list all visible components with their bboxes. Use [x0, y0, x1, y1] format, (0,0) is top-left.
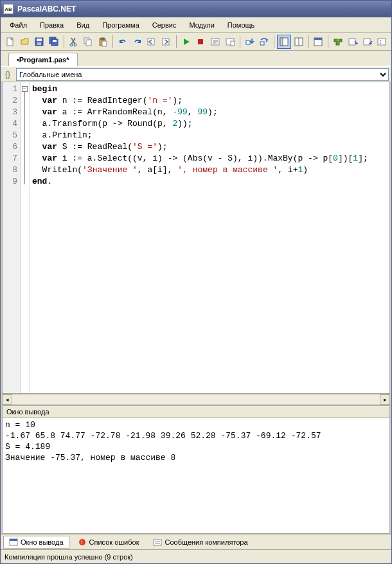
- svg-point-34: [380, 40, 381, 41]
- redo-icon[interactable]: [130, 35, 145, 49]
- output-panel[interactable]: n = 10 -1.67 65.8 74.77 -72.78 -21.98 39…: [2, 418, 390, 534]
- tab-output[interactable]: Окно вывода: [3, 536, 69, 549]
- editor-scrollbar-horizontal[interactable]: ◂ ▸: [2, 394, 390, 404]
- undo-icon[interactable]: [116, 35, 130, 49]
- menu-service[interactable]: Сервис: [146, 19, 183, 31]
- code-editor[interactable]: 123 456 789 − begin var n := ReadInteger…: [2, 82, 390, 394]
- svg-rect-13: [102, 41, 107, 46]
- toolbar-separator: [240, 35, 240, 48]
- compile-icon[interactable]: [208, 35, 222, 49]
- svg-rect-33: [378, 39, 386, 45]
- svg-rect-41: [154, 540, 161, 545]
- panel-toggle-1-icon[interactable]: [277, 35, 291, 49]
- scroll-track[interactable]: [12, 394, 380, 404]
- title-bar: AB PascalABC.NET: [1, 1, 391, 17]
- svg-rect-30: [336, 42, 339, 45]
- save-all-icon[interactable]: [47, 35, 61, 49]
- svg-rect-29: [339, 39, 342, 42]
- intellisense-icon[interactable]: [331, 35, 345, 49]
- scope-dropdown[interactable]: Глобальные имена: [16, 68, 389, 81]
- fold-column[interactable]: −: [21, 82, 30, 393]
- svg-text:{}: {}: [5, 70, 10, 79]
- scroll-left-icon[interactable]: ◂: [2, 394, 12, 405]
- menu-file[interactable]: Файл: [3, 19, 33, 31]
- toolbar-separator: [112, 35, 113, 48]
- save-icon[interactable]: [32, 35, 46, 49]
- svg-text:!: !: [81, 539, 83, 545]
- status-text: Компиляция прошла успешно (9 строк): [4, 553, 133, 561]
- output-panel-title: Окно вывода: [2, 405, 390, 418]
- menu-help[interactable]: Помощь: [221, 19, 262, 31]
- status-bar: Компиляция прошла успешно (9 строк): [1, 549, 391, 563]
- svg-rect-16: [198, 39, 203, 44]
- svg-rect-12: [101, 38, 104, 40]
- nav-bar: {} Глобальные имена: [1, 66, 391, 82]
- copy-icon[interactable]: [82, 35, 96, 49]
- messages-tab-icon: [153, 538, 162, 547]
- svg-rect-21: [260, 42, 264, 45]
- menu-modules[interactable]: Модули: [183, 19, 220, 31]
- svg-rect-19: [231, 41, 235, 46]
- step-over-icon[interactable]: [257, 35, 271, 49]
- scroll-right-icon[interactable]: ▸: [380, 394, 390, 405]
- toolbar-separator: [176, 35, 177, 48]
- tab-compiler-messages[interactable]: Сообщения компилятора: [147, 536, 253, 549]
- goto-impl-icon[interactable]: [361, 35, 375, 49]
- svg-point-35: [380, 42, 381, 44]
- new-file-icon[interactable]: [3, 35, 17, 49]
- toolbar-separator: [308, 35, 309, 48]
- open-file-icon[interactable]: [18, 35, 32, 49]
- nav-back-icon[interactable]: [145, 35, 159, 49]
- svg-rect-23: [280, 38, 283, 46]
- menu-view[interactable]: Вид: [70, 19, 96, 31]
- goto-def-icon[interactable]: [346, 35, 360, 49]
- form-icon[interactable]: [312, 35, 326, 49]
- window-title: PascalABC.NET: [17, 4, 76, 13]
- errors-tab-icon: !: [78, 538, 87, 547]
- paste-icon[interactable]: [96, 35, 110, 49]
- toolbar-separator: [328, 35, 328, 48]
- bottom-tab-bar: Окно вывода ! Список ошибок Сообщения ко…: [1, 534, 391, 549]
- nav-forward-icon[interactable]: [159, 35, 174, 49]
- line-gutter: 123 456 789: [3, 82, 21, 393]
- toolbar-separator: [274, 35, 274, 48]
- svg-rect-28: [334, 39, 337, 42]
- svg-rect-2: [37, 39, 42, 41]
- panel-toggle-2-icon[interactable]: [292, 35, 306, 49]
- svg-rect-31: [349, 39, 355, 45]
- menu-program[interactable]: Программа: [96, 19, 146, 31]
- stop-icon[interactable]: [194, 35, 208, 49]
- toolbar: [1, 33, 391, 51]
- run-icon[interactable]: [179, 35, 193, 49]
- svg-rect-27: [314, 38, 322, 40]
- editor-tab-bar: •Program1.pas*: [1, 51, 391, 66]
- step-into-icon[interactable]: [243, 35, 257, 49]
- svg-rect-38: [10, 539, 17, 541]
- svg-rect-3: [37, 42, 41, 45]
- options-icon[interactable]: [375, 35, 389, 49]
- output-tab-icon: [9, 538, 18, 547]
- app-icon: AB: [3, 4, 13, 14]
- code-content[interactable]: begin var n := ReadInteger('n ='); var a…: [30, 82, 389, 393]
- braces-icon: {}: [3, 69, 15, 80]
- build-icon[interactable]: [223, 35, 237, 49]
- menu-edit[interactable]: Правка: [33, 19, 70, 31]
- editor-tab[interactable]: •Program1.pas*: [8, 53, 78, 66]
- svg-rect-6: [53, 40, 57, 42]
- menu-bar: Файл Правка Вид Программа Сервис Модули …: [1, 17, 391, 33]
- svg-rect-20: [246, 40, 250, 44]
- svg-rect-10: [86, 40, 91, 46]
- toolbar-separator: [64, 35, 64, 48]
- cut-icon[interactable]: [67, 35, 81, 49]
- tab-errors[interactable]: ! Список ошибок: [72, 536, 145, 549]
